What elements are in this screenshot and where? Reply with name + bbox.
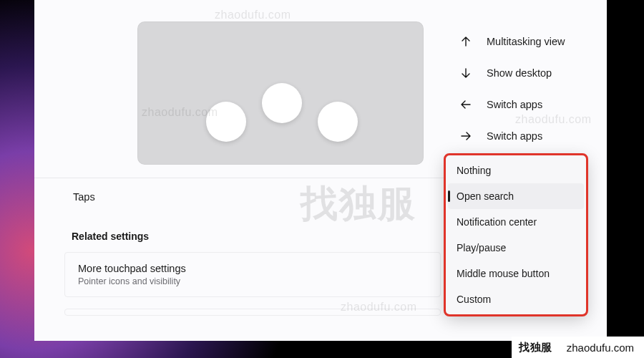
touchpad-preview-area <box>34 0 455 178</box>
arrow-left-icon <box>459 100 472 110</box>
touchpad-preview <box>137 21 424 165</box>
dropdown-item-notification-center[interactable]: Notification center <box>448 209 584 235</box>
taps-row-title: Taps <box>73 191 439 203</box>
tap-action-dropdown[interactable]: Nothing Open search Notification center … <box>445 155 587 315</box>
main-column: Taps Related settings More touchpad sett… <box>34 0 455 341</box>
gesture-option-label: Show desktop <box>487 67 552 79</box>
dropdown-item-open-search[interactable]: Open search <box>448 183 584 209</box>
gesture-option-right[interactable]: Switch apps <box>455 120 607 152</box>
gesture-option-label: Multitasking view <box>487 36 565 47</box>
footer-domain: zhaodufu.com <box>567 342 634 354</box>
gesture-option-label: Switch apps <box>487 99 542 110</box>
finger-dot <box>206 102 246 142</box>
arrow-right-icon <box>459 131 472 141</box>
gesture-option-up[interactable]: Multitasking view <box>455 26 607 57</box>
arrow-up-icon <box>459 37 472 47</box>
more-touchpad-subtitle: Pointer icons and visibility <box>78 276 427 286</box>
gesture-option-left[interactable]: Switch apps <box>455 89 607 120</box>
dropdown-item-middle-mouse[interactable]: Middle mouse button <box>448 261 584 286</box>
gesture-option-down[interactable]: Show desktop <box>455 57 607 89</box>
footer-brand: 找独服 <box>519 341 552 354</box>
more-touchpad-title: More touchpad settings <box>78 263 427 274</box>
related-settings-heading: Related settings <box>34 218 455 246</box>
arrow-down-icon <box>459 68 472 78</box>
more-touchpad-settings-row[interactable]: More touchpad settings Pointer icons and… <box>64 252 441 297</box>
dropdown-item-custom[interactable]: Custom <box>448 286 584 312</box>
settings-window: Taps Related settings More touchpad sett… <box>34 0 607 341</box>
finger-dot <box>318 102 358 142</box>
dropdown-item-play-pause[interactable]: Play/pause <box>448 235 584 261</box>
dropdown-item-nothing[interactable]: Nothing <box>448 158 584 183</box>
taps-row[interactable]: Taps <box>34 178 455 218</box>
gesture-option-label: Switch apps <box>487 130 542 142</box>
finger-dot <box>262 83 302 123</box>
next-card-peek <box>64 309 441 316</box>
source-footer: 找独服 zhaodufu.com <box>512 337 644 358</box>
